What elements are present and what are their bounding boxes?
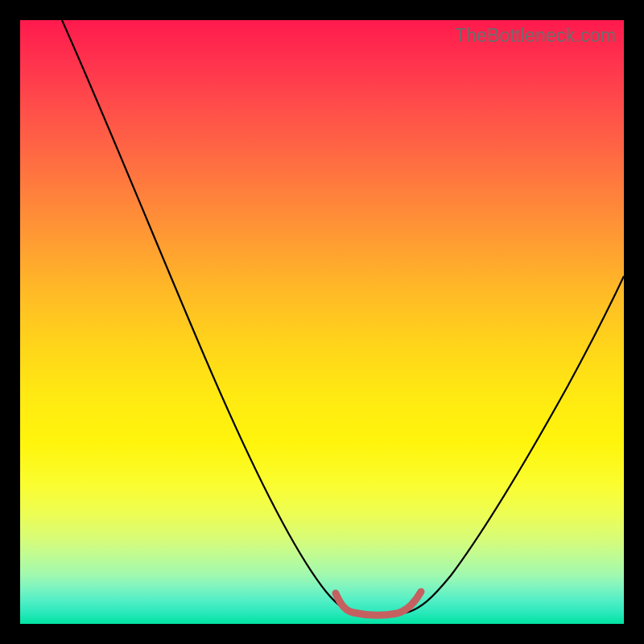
chart-svg — [20, 20, 624, 624]
bottleneck-curve — [62, 20, 624, 615]
plot-area: TheBottleneck.com — [20, 20, 624, 624]
watermark-text: TheBottleneck.com — [455, 25, 616, 47]
chart-stage: TheBottleneck.com — [0, 0, 644, 644]
sweet-spot-marker — [336, 592, 421, 615]
